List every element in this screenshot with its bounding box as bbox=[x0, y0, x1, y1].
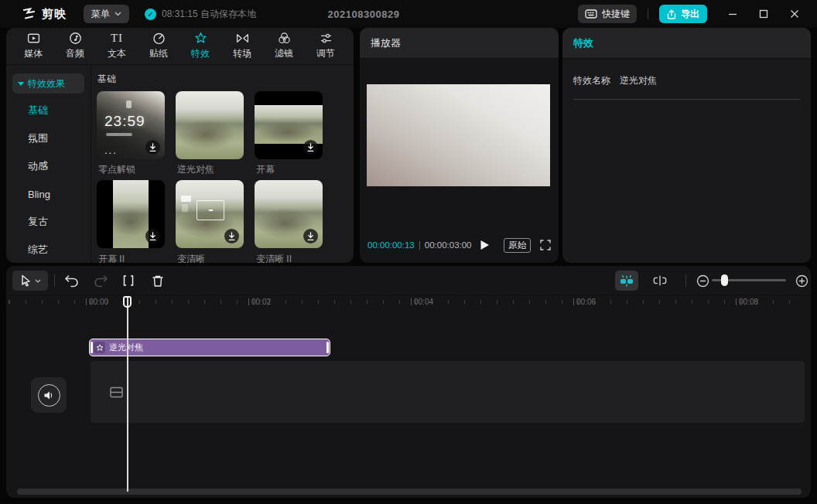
track-mute-button[interactable] bbox=[31, 377, 67, 413]
title-bar: 剪映 菜单 ✓ 08:31:15 自动保存本地 202108300829 快捷键 bbox=[0, 0, 817, 28]
focus-frame-icon bbox=[197, 200, 224, 220]
thumb-clock-subtext bbox=[106, 133, 132, 136]
effect-thumb-opening[interactable] bbox=[255, 91, 323, 159]
inspector-tab-label[interactable]: 特效 bbox=[573, 36, 593, 50]
timeline-zoom-slider[interactable] bbox=[712, 279, 786, 281]
tab-adjust-label: 调节 bbox=[316, 47, 335, 60]
tab-media[interactable]: 媒体 bbox=[12, 32, 54, 60]
ruler-label: 00:06 bbox=[573, 298, 596, 306]
redo-button[interactable] bbox=[91, 271, 110, 290]
zoom-out-icon bbox=[696, 274, 709, 288]
ratio-label: 原始 bbox=[508, 240, 526, 250]
tab-filter-label: 滤镜 bbox=[275, 47, 293, 60]
keyboard-icon bbox=[585, 9, 597, 19]
effect-name: 开幕 bbox=[256, 163, 330, 176]
menu-button[interactable]: 菜单 bbox=[84, 5, 129, 23]
thumb-clock-text: 23:59 bbox=[104, 113, 145, 130]
effect-clip-backlight-focus[interactable]: 逆光对焦 bbox=[89, 339, 330, 356]
undo-button[interactable] bbox=[62, 271, 80, 290]
triangle-down-icon bbox=[18, 82, 24, 86]
titlebar-actions: 快捷键 导出 bbox=[578, 0, 806, 28]
thumb-image bbox=[113, 180, 149, 248]
sticker-icon bbox=[152, 32, 166, 45]
thumb-overlay-chip bbox=[181, 196, 191, 202]
timecode-separator bbox=[419, 241, 420, 250]
category-bling[interactable]: Bling bbox=[6, 180, 91, 208]
autosave-status: ✓ 08:31:15 自动保存本地 bbox=[145, 8, 256, 21]
effect-name: 变清晰 II bbox=[256, 253, 330, 263]
category-retro[interactable]: 复古 bbox=[6, 208, 91, 236]
category-dynamic[interactable]: 动感 bbox=[6, 152, 91, 180]
tab-sticker[interactable]: 贴纸 bbox=[138, 32, 179, 60]
window-controls bbox=[727, 9, 800, 19]
category-variety[interactable]: 综艺 bbox=[6, 236, 91, 263]
autosave-text: 08:31:15 自动保存本地 bbox=[162, 8, 256, 21]
tab-transition[interactable]: 转场 bbox=[221, 32, 263, 60]
app-name: 剪映 bbox=[42, 7, 67, 22]
titlebar-divider bbox=[648, 9, 648, 19]
close-button[interactable] bbox=[789, 9, 800, 19]
effect-thumb-lock-unlock[interactable]: 23:59 ... bbox=[97, 91, 165, 159]
effect-clip-star-icon bbox=[94, 342, 105, 353]
text-icon: TI bbox=[111, 32, 123, 45]
tab-text-label: 文本 bbox=[108, 47, 126, 60]
tab-filter[interactable]: 滤镜 bbox=[263, 32, 305, 60]
effect-thumb-backlight-focus[interactable] bbox=[176, 91, 244, 159]
effect-thumb-opening-2[interactable] bbox=[97, 180, 165, 248]
playhead-handle[interactable] bbox=[123, 296, 132, 308]
effect-thumb-sharpen[interactable] bbox=[176, 180, 244, 248]
effect-clip-label: 逆光对焦 bbox=[109, 342, 143, 353]
preview-axis-toggle[interactable] bbox=[651, 271, 669, 290]
ruler-label: 00:04 bbox=[411, 298, 433, 306]
thumb-ellipsis: ... bbox=[104, 145, 118, 156]
minimize-button[interactable] bbox=[727, 9, 738, 19]
app-window: 剪映 菜单 ✓ 08:31:15 自动保存本地 202108300829 快捷键 bbox=[0, 0, 817, 504]
shortcuts-button[interactable]: 快捷键 bbox=[578, 5, 637, 23]
effects-grid: 基础 23:59 ... 零点解锁 逆 bbox=[92, 66, 354, 263]
category-retro-label: 复古 bbox=[28, 215, 48, 229]
inspector-panel: 特效 特效名称 逆光对焦 bbox=[562, 28, 811, 263]
tab-effects[interactable]: 特效 bbox=[179, 32, 221, 60]
timeline-scrollbar[interactable] bbox=[17, 489, 802, 495]
audio-icon bbox=[69, 32, 82, 45]
zoom-in-button[interactable] bbox=[792, 271, 811, 290]
effect-name: 开幕 II bbox=[98, 253, 173, 263]
ruler-label: 00:08 bbox=[736, 298, 758, 306]
fullscreen-button[interactable] bbox=[540, 240, 551, 250]
redo-icon bbox=[94, 274, 108, 288]
ratio-button[interactable]: 原始 bbox=[504, 238, 531, 253]
export-label: 导出 bbox=[681, 8, 699, 21]
download-icon[interactable] bbox=[303, 140, 318, 155]
delete-button[interactable] bbox=[149, 271, 167, 290]
effect-name: 逆光对焦 bbox=[177, 163, 251, 176]
download-icon[interactable] bbox=[145, 229, 160, 243]
effect-category-sidebar: 特效效果 基础 氛围 动感 Bling 复古 综艺 bbox=[6, 66, 91, 263]
tab-text[interactable]: TI 文本 bbox=[96, 32, 138, 60]
auto-snap-toggle[interactable] bbox=[615, 271, 638, 291]
menu-label: 菜单 bbox=[91, 8, 110, 21]
play-button[interactable] bbox=[480, 240, 490, 250]
category-bling-label: Bling bbox=[28, 189, 50, 200]
tab-audio[interactable]: 音频 bbox=[54, 32, 96, 60]
tab-media-label: 媒体 bbox=[24, 47, 43, 60]
tab-adjust[interactable]: 调节 bbox=[305, 32, 347, 60]
thumb-phone-notch bbox=[126, 100, 132, 108]
zoom-slider-handle[interactable] bbox=[721, 274, 728, 286]
magnet-snap-icon bbox=[619, 274, 634, 287]
export-button[interactable]: 导出 bbox=[659, 5, 707, 23]
thumb-image bbox=[255, 105, 323, 143]
effect-thumb-sharpen-2[interactable] bbox=[255, 180, 323, 248]
category-ambience[interactable]: 氛围 bbox=[6, 124, 91, 152]
download-icon[interactable] bbox=[224, 229, 239, 243]
preview-axis-icon bbox=[651, 274, 668, 288]
chevron-down-icon bbox=[35, 279, 41, 283]
select-tool-button[interactable] bbox=[12, 271, 48, 291]
download-icon[interactable] bbox=[145, 140, 160, 155]
app-logo: 剪映 bbox=[22, 7, 67, 22]
category-basic[interactable]: 基础 bbox=[6, 97, 91, 124]
maximize-button[interactable] bbox=[758, 9, 769, 19]
category-group-effects[interactable]: 特效效果 bbox=[12, 73, 84, 94]
download-icon[interactable] bbox=[303, 229, 318, 243]
split-button[interactable] bbox=[119, 271, 138, 290]
zoom-out-button[interactable] bbox=[693, 271, 712, 290]
